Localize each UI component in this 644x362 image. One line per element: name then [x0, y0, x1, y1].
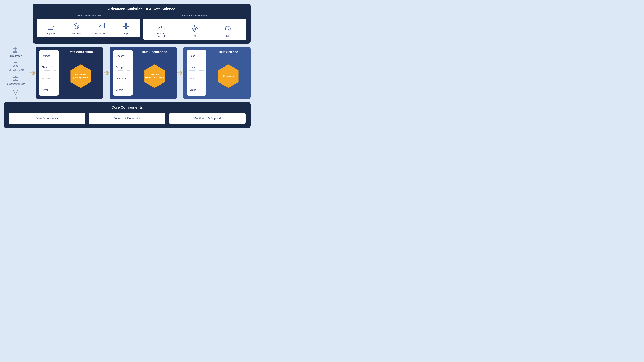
ai-icon: AI: [190, 24, 200, 34]
arrow-3: [177, 47, 183, 99]
top-item-apps: Apps: [120, 22, 132, 35]
apps-icon: [121, 22, 131, 31]
iot-icon: [12, 89, 19, 96]
list-item-search: Search: [116, 87, 130, 93]
science-title: Data Science: [219, 50, 238, 54]
unstructured-icon: [12, 75, 19, 82]
source-unstructured: Non structured Data: [4, 75, 27, 85]
predictive-box: ReportingAnd BI AI: [143, 19, 246, 40]
core-title: Core Components: [9, 105, 246, 110]
list-item-learn: Learn: [190, 64, 204, 71]
data-science-card: Read Learn Adapt Graph Data Science Onto…: [183, 47, 251, 99]
ml-icon: [223, 24, 233, 34]
science-hex-text: Ontologies: [222, 73, 235, 79]
arrow-1: [29, 47, 36, 99]
bottom-section: Core Components Data Governance Security…: [4, 102, 251, 128]
list-item-streams: Streams: [42, 75, 56, 82]
visualization-label: Visualization: [95, 32, 107, 35]
list-item-adapt: Adapt: [190, 75, 204, 82]
list-item-read: Read: [190, 53, 204, 59]
ml-label: ML: [226, 35, 230, 38]
main-container: Advanced Analytics, BI & Data Science De…: [4, 4, 251, 128]
acquisition-hex-container: Data Ocean(Landing / Flaw): [69, 57, 92, 96]
svg-point-39: [13, 65, 14, 67]
svg-rect-20: [162, 25, 164, 28]
svg-point-52: [15, 93, 16, 95]
list-item-blue-rules: Blue Rules: [116, 75, 130, 82]
svg-point-29: [230, 28, 231, 28]
descriptive-col: Descriptive & Diagnostic: [37, 14, 140, 40]
sources-col: Spreadsheets SQL Data Source: [4, 47, 29, 99]
source-spreadsheets: Spreadsheets: [4, 47, 27, 57]
svg-point-40: [16, 65, 18, 67]
engineering-right: Data Engineering Data Lake(Processed / C…: [136, 50, 174, 96]
list-item-graph: Graph: [190, 87, 204, 93]
descriptive-label: Descriptive & Diagnostic: [37, 14, 140, 17]
svg-line-56: [16, 92, 18, 93]
svg-point-30: [225, 28, 226, 28]
predictive-col: Predictive & Prescriptive Reporti: [143, 14, 246, 40]
svg-rect-14: [126, 23, 129, 26]
svg-rect-15: [123, 27, 126, 29]
reporting-bi-label: ReportingAnd BI: [157, 32, 166, 38]
acquisition-hexagon: Data Ocean(Landing / Flaw): [69, 64, 92, 88]
top-item-reporting-bi: ReportingAnd BI: [155, 22, 168, 38]
top-item-visualization: Visualization: [95, 22, 108, 35]
engineering-hexagon: Data Lake(Processed / Clean): [143, 64, 166, 88]
engineering-list: Cleanse Dedupe Blue Rules Search: [113, 50, 133, 96]
unstructured-label: Non structured Data: [6, 83, 25, 85]
modeling-label: Modeling: [72, 32, 81, 35]
svg-point-25: [194, 31, 195, 32]
top-title: Advanced Analytics, BI & Data Science: [37, 7, 246, 11]
top-item-ml: ML: [222, 24, 234, 38]
acquisition-title: Data Acquisition: [69, 50, 93, 54]
reporting-label: Reporting: [46, 32, 56, 35]
science-hex-container: Ontologies: [217, 57, 240, 96]
svg-point-28: [228, 26, 228, 26]
core-card-security: Security & Encryption: [89, 113, 165, 124]
middle-section: Spreadsheets SQL Data Source: [4, 47, 251, 99]
top-item-modeling: Modeling: [70, 22, 83, 35]
apps-label: Apps: [124, 32, 128, 35]
svg-rect-18: [159, 27, 160, 28]
engineering-hex-text: Data Lake(Processed / Clean): [144, 72, 166, 81]
svg-rect-31: [13, 47, 17, 53]
science-right: Data Science Ontologies: [210, 50, 247, 96]
list-item-extracts: Extracts: [42, 53, 56, 59]
data-engineering-card: Cleanse Dedupe Blue Rules Search Data En…: [110, 47, 177, 99]
iot-label: IoT: [14, 97, 17, 99]
top-item-ai: AI AI: [188, 24, 201, 38]
core-card-monitoring: Monitoring & Support: [169, 113, 246, 124]
list-item-files: Files: [42, 64, 56, 71]
spreadsheet-icon: [12, 47, 19, 54]
reporting-icon: [47, 22, 56, 31]
svg-rect-46: [16, 76, 18, 78]
source-iot: IoT: [4, 89, 27, 99]
list-item-cleanse: Cleanse: [116, 53, 130, 59]
top-section: Advanced Analytics, BI & Data Science De…: [33, 4, 251, 44]
svg-line-55: [14, 92, 16, 93]
svg-point-37: [13, 62, 14, 63]
visualization-icon: [96, 22, 106, 31]
svg-point-26: [192, 28, 193, 29]
list-item-dedupe: Dedupe: [116, 64, 130, 71]
svg-point-38: [16, 62, 18, 63]
svg-text:AI: AI: [194, 27, 196, 30]
science-hexagon: Ontologies: [217, 64, 240, 88]
arrow-2: [103, 47, 110, 99]
list-item-async: Async: [42, 87, 56, 93]
svg-rect-13: [123, 23, 126, 26]
core-cards: Data Governance Security & Encryption Mo…: [9, 113, 246, 124]
data-acquisition-card: Extracts Files Streams Async Data Acquis…: [36, 47, 103, 99]
svg-point-24: [197, 28, 198, 29]
svg-rect-47: [13, 79, 15, 81]
svg-rect-16: [126, 27, 129, 29]
descriptive-box: Reporting: [37, 19, 140, 38]
svg-point-53: [13, 91, 14, 92]
modeling-icon: [72, 22, 81, 31]
svg-rect-45: [13, 76, 15, 78]
acquisition-right: Data Acquisition Data Ocean(Landing / Fl…: [62, 50, 100, 96]
acquisition-list: Extracts Files Streams Async: [39, 50, 59, 96]
top-item-reporting: Reporting: [45, 22, 58, 35]
sql-label: SQL Data Source: [7, 69, 24, 71]
